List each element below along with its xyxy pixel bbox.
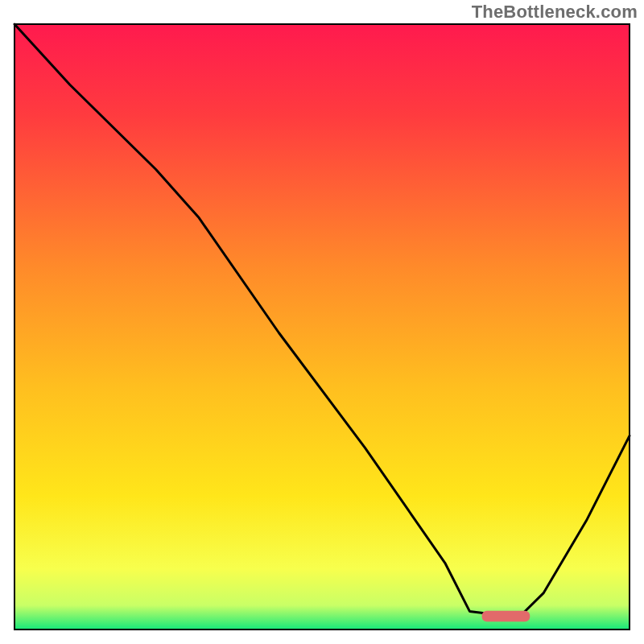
bottleneck-chart — [0, 0, 644, 644]
plot-area — [14, 24, 630, 630]
chart-container: TheBottleneck.com — [0, 0, 644, 644]
optimal-marker — [482, 611, 530, 622]
